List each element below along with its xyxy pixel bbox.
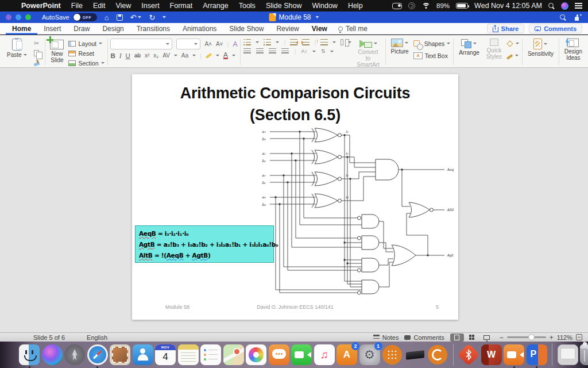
font-name-select[interactable] — [110, 39, 172, 49]
dock-appstore-icon[interactable]: A 2 — [336, 344, 357, 365]
redo-icon[interactable]: ↻ — [149, 13, 155, 22]
fit-to-window-icon[interactable] — [576, 334, 582, 340]
align-left-button[interactable] — [243, 48, 251, 55]
shrink-font-button[interactable]: A˅ — [216, 41, 223, 47]
slide-sorter-button[interactable] — [465, 334, 479, 342]
menu-powerpoint[interactable]: PowerPoint — [16, 2, 66, 10]
spotlight-icon[interactable] — [548, 3, 555, 9]
dock-zoom-icon[interactable] — [504, 344, 524, 365]
columns-button[interactable] — [341, 39, 343, 45]
menu-tools[interactable]: Tools — [234, 2, 261, 10]
title-chevron-icon[interactable] — [316, 16, 319, 18]
shape-outline-button[interactable] — [506, 51, 519, 60]
dock-siri-icon[interactable] — [42, 344, 63, 365]
zoom-in-button[interactable]: + — [550, 334, 554, 342]
zoom-level[interactable]: 112% — [557, 334, 572, 341]
close-button[interactable] — [6, 14, 11, 20]
tab-animations[interactable]: Animations — [176, 23, 223, 34]
reset-button[interactable]: Reset — [68, 49, 104, 57]
line-spacing-button[interactable] — [320, 39, 328, 45]
dock-maps-icon[interactable] — [223, 344, 244, 365]
slide-title[interactable]: Arithmetic Comparison Circuits (Section … — [132, 82, 458, 126]
italic-button[interactable]: I — [119, 52, 122, 59]
dock-safari-icon[interactable] — [87, 344, 108, 365]
cut-button[interactable]: ✂ — [32, 39, 42, 47]
comments-toggle-button[interactable]: Comments — [404, 334, 444, 341]
new-slide-button[interactable]: New Slide — [48, 37, 66, 64]
autosave-toggle[interactable]: OFF — [73, 13, 97, 21]
dock-system-preferences-icon[interactable]: ⚙ 1 — [359, 344, 380, 365]
design-ideas-button[interactable]: Design Ideas — [562, 37, 585, 62]
tab-review[interactable]: Review — [270, 23, 305, 34]
dock-photos-icon[interactable] — [246, 344, 266, 365]
comments-button[interactable]: Comments — [529, 24, 582, 33]
dock-contacts-icon[interactable] — [133, 344, 153, 365]
tab-design[interactable]: Design — [96, 23, 130, 34]
increase-indent-button[interactable] — [302, 39, 310, 45]
screen-record-icon[interactable] — [392, 3, 402, 9]
strikethrough-button[interactable]: ab — [134, 52, 141, 59]
menubar-clock[interactable]: Wed Nov 4 12:05 AM — [474, 2, 542, 10]
align-right-button[interactable] — [269, 48, 276, 55]
slide-canvas[interactable]: Arithmetic Comparison Circuits (Section … — [0, 68, 588, 332]
dock-orange-swirl-app-icon[interactable] — [427, 344, 448, 365]
normal-view-button[interactable] — [450, 334, 464, 342]
document-title[interactable]: Module 58 — [278, 13, 311, 21]
slideshow-view-button[interactable] — [480, 334, 494, 342]
dock-powerpoint-icon[interactable]: P — [527, 344, 547, 365]
dock-music-icon[interactable]: ♫ — [314, 344, 335, 365]
dock-orange-dots-app-icon[interactable] — [382, 344, 403, 365]
shape-fill-button[interactable] — [506, 39, 519, 48]
dock-mail-icon[interactable] — [110, 344, 130, 365]
control-center-icon[interactable] — [575, 3, 582, 9]
layout-button[interactable]: Layout — [68, 39, 104, 48]
share-button[interactable]: Share — [487, 24, 525, 33]
decrease-indent-button[interactable] — [290, 39, 297, 45]
change-case-button[interactable]: Aa — [181, 52, 188, 59]
tell-me-button[interactable]: Tell me — [334, 25, 372, 33]
notes-button[interactable]: Notes — [373, 334, 399, 341]
picture-button[interactable]: Picture — [389, 37, 411, 56]
slide[interactable]: Arithmetic Comparison Circuits (Section … — [132, 74, 458, 320]
menu-arrange[interactable]: Arrange — [198, 2, 233, 10]
character-spacing-button[interactable]: AV — [163, 52, 170, 59]
dock-launchpad-icon[interactable] — [64, 344, 85, 365]
tab-view[interactable]: View — [305, 23, 334, 34]
quick-styles-button[interactable]: Quick Styles — [484, 37, 504, 61]
tab-home[interactable]: Home — [6, 23, 37, 34]
numbering-button[interactable] — [264, 39, 271, 45]
dock-word-icon[interactable]: W — [481, 344, 502, 365]
justify-button[interactable] — [281, 48, 289, 55]
siri-icon[interactable] — [561, 2, 568, 10]
save-icon[interactable] — [117, 14, 123, 21]
menu-format[interactable]: Format — [165, 2, 198, 10]
convert-smartart-button[interactable]: Convert to SmartArt — [354, 37, 382, 69]
dock-trash-icon[interactable] — [580, 344, 588, 365]
arrange-button[interactable]: Arrange — [457, 37, 482, 57]
align-text-button[interactable]: ⇅ — [321, 48, 326, 54]
subscript-button[interactable]: x₂ — [153, 52, 158, 59]
menu-edit[interactable]: Edit — [88, 2, 111, 10]
bullets-button[interactable] — [243, 39, 251, 45]
dock-messages-icon[interactable] — [269, 344, 289, 365]
dock-finder-icon[interactable] — [19, 344, 40, 365]
text-box-button[interactable]: Text Box — [413, 51, 451, 60]
menu-window[interactable]: Window — [307, 2, 342, 10]
sensitivity-button[interactable]: Sensitivity — [525, 37, 556, 58]
home-icon[interactable]: ⌂ — [105, 13, 109, 22]
paste-button[interactable]: Paste — [5, 37, 29, 59]
copy-button[interactable] — [32, 49, 42, 57]
menu-file[interactable]: File — [66, 2, 88, 10]
dock-bluetooth-app-icon[interactable] — [458, 344, 479, 365]
status-circle-icon[interactable] — [408, 2, 415, 9]
font-size-select[interactable] — [176, 39, 200, 49]
fullscreen-button[interactable] — [25, 14, 31, 20]
menu-view[interactable]: View — [110, 2, 136, 10]
align-center-button[interactable] — [256, 48, 264, 55]
tab-slideshow[interactable]: Slide Show — [223, 23, 270, 34]
text-direction-button[interactable]: A↕ — [301, 48, 307, 54]
clear-formatting-button[interactable]: A — [233, 40, 237, 48]
section-button[interactable]: Section — [68, 59, 104, 67]
comparator-circuit-diagram[interactable]: a₃ b₃ a₂ b₂ a₁ b₁ a₀ b₀ i₃ i₂ i₁ i₀ AeqB… — [260, 126, 454, 302]
grow-font-button[interactable]: A˄ — [204, 41, 212, 47]
